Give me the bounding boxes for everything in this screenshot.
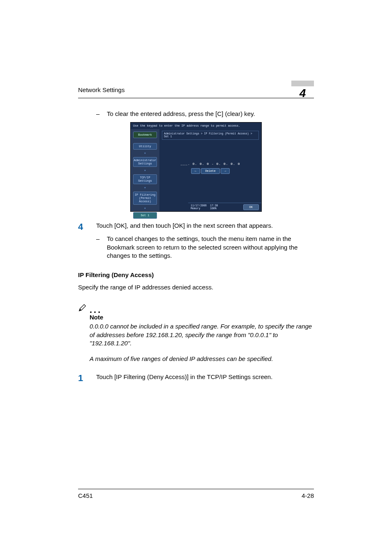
footer-memory-label: Memory — [191, 207, 207, 210]
step-4-text: Touch [OK], and then touch [OK] in the n… — [96, 222, 314, 232]
step-4: 4 Touch [OK], and then touch [OK] in the… — [78, 222, 314, 232]
bookmark-button[interactable]: Bookmark — [133, 132, 157, 138]
nav-admin-settings[interactable]: Administrator Settings — [133, 157, 157, 167]
note-body-2: A maximum of five ranges of denied IP ad… — [90, 355, 314, 363]
nav-arrow-icon: ▾ — [144, 207, 146, 210]
footer-page: 4-28 — [302, 492, 314, 499]
device-screenshot: Use the keypad to enter the IP address r… — [130, 122, 262, 212]
screenshot-instruction: Use the keypad to enter the IP address r… — [131, 123, 261, 129]
footer-date: 11/17/2006 — [191, 204, 207, 207]
ip-delete-button[interactable]: Delete — [201, 168, 220, 174]
chapter-number: 4 — [291, 88, 314, 99]
screenshot-footer: 11/17/2006 Memory 17:30 100% OK — [188, 203, 261, 211]
screenshot-wrap: Use the keypad to enter the IP address r… — [78, 122, 314, 212]
nav-tcpip[interactable]: TCP/IP Settings — [133, 174, 157, 184]
page: Network Settings 4 – To clear the entere… — [0, 0, 392, 555]
page-header: Network Settings 4 — [78, 86, 314, 97]
step-1-text: Touch [IP Filtering (Deny Access)] in th… — [96, 373, 314, 384]
chapter-badge: 4 — [291, 81, 314, 99]
footer-model: C451 — [78, 492, 93, 499]
chapter-chip — [291, 81, 314, 86]
breadcrumb: Administrator Settings > IP Filtering (P… — [162, 131, 259, 140]
screenshot-sidebar: Bookmark Utility ▾ Administrator Setting… — [131, 129, 159, 211]
ip-range-field[interactable]: ___. 0. 0. 0 - 0. 0. 0. 0 — [159, 162, 261, 166]
step-1: 1 Touch [IP Filtering (Deny Access)] in … — [78, 373, 314, 384]
pencil-icon — [78, 303, 87, 312]
nav-ip-filtering[interactable]: IP Filtering (Permit Access) — [133, 192, 157, 205]
dash: – — [96, 235, 107, 260]
section-heading: IP Filtering (Deny Access) — [78, 271, 314, 278]
note-label: Note — [90, 314, 314, 321]
note-marker: ... — [78, 303, 314, 312]
screenshot-body: Bookmark Utility ▾ Administrator Setting… — [131, 129, 261, 211]
note-dots-icon: ... — [90, 308, 102, 312]
dash: – — [96, 110, 107, 118]
nav-utility[interactable]: Utility — [133, 143, 157, 150]
nav-arrow-icon: ▾ — [144, 169, 146, 172]
clear-note-text: To clear the entered address, press the … — [107, 110, 314, 118]
section-paragraph: Specify the range of IP addresses denied… — [78, 283, 314, 291]
step-number: 4 — [78, 222, 96, 232]
footer-memory-value: 100% — [210, 207, 218, 210]
nav-arrow-icon: ▾ — [144, 187, 146, 189]
page-footer: C451 4-28 — [78, 492, 314, 499]
step-4-sub-text: To cancel changes to the settings, touch… — [107, 235, 314, 260]
nav-arrow-icon: ▾ — [144, 152, 146, 155]
header-rule — [78, 98, 314, 98]
step-number: 1 — [78, 373, 96, 384]
screenshot-main: Administrator Settings > IP Filtering (P… — [159, 129, 261, 211]
ok-button[interactable]: OK — [243, 204, 259, 210]
note-body-1: 0.0.0.0 cannot be included in a specifie… — [90, 322, 314, 347]
nav-set1[interactable]: Set 1 — [133, 212, 157, 219]
footer-time: 17:30 — [210, 204, 218, 207]
footer-rule — [78, 489, 314, 489]
ip-controls: ← Delete → — [159, 168, 261, 174]
step-4-sub: – To cancel changes to the settings, tou… — [96, 235, 314, 260]
ip-entry-area: ___. 0. 0. 0 - 0. 0. 0. 0 ← Delete → — [159, 162, 261, 174]
ip-left-button[interactable]: ← — [191, 168, 200, 174]
clear-note-row: – To clear the entered address, press th… — [96, 110, 314, 118]
header-title: Network Settings — [78, 86, 125, 93]
ip-right-button[interactable]: → — [221, 168, 230, 174]
